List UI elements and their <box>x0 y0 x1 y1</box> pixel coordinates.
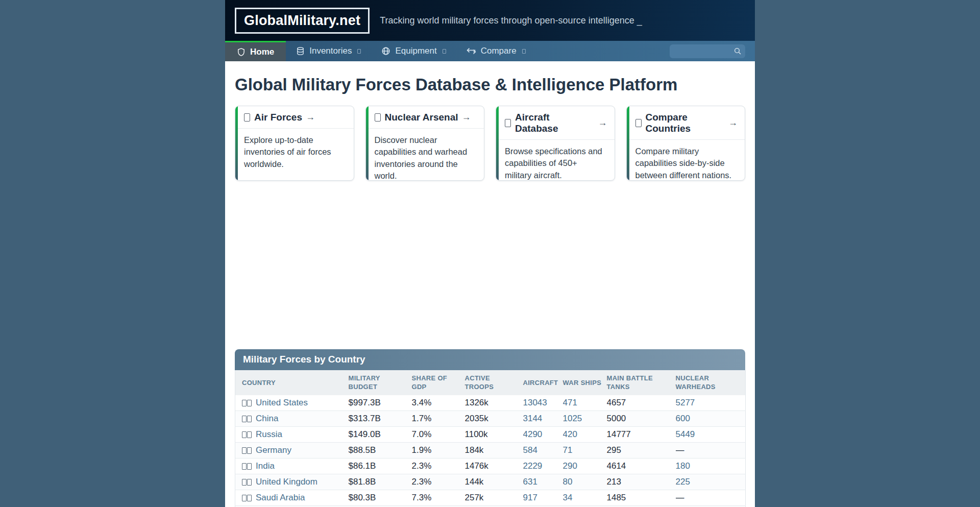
col-active-troops: ACTIVE TROOPS <box>465 370 523 395</box>
table-row-united-kingdom: United Kingdom$81.8B2.3%144k63180213225 <box>235 474 746 490</box>
war-ships-link[interactable]: 471 <box>563 398 577 407</box>
cell-share-of-gdp: 7.3% <box>412 490 465 506</box>
cell-nuclear-warheads: 5277 <box>676 395 746 411</box>
country-link[interactable]: United States <box>256 398 308 407</box>
emoji-placeholder-icon <box>375 113 381 122</box>
nav-label: Equipment <box>395 46 436 56</box>
table-row-china: China$313.7B1.7%2035k314410255000600 <box>235 411 746 427</box>
search-icon[interactable] <box>733 47 742 57</box>
shield-icon <box>237 47 246 57</box>
cell-main-battle-tanks: 4614 <box>607 458 676 474</box>
nuclear-warheads-link[interactable]: 5449 <box>676 429 695 439</box>
cell-nuclear-warheads: — <box>676 443 746 458</box>
cell-nuclear-warheads: — <box>676 490 746 506</box>
country-link[interactable]: Germany <box>256 445 291 455</box>
page-title: Global Military Forces Database & Intell… <box>235 74 745 96</box>
aircraft-link[interactable]: 13043 <box>523 398 547 407</box>
nav-item-compare[interactable]: Compare <box>456 41 536 61</box>
flag-placeholder-icon <box>242 477 252 487</box>
feature-cards: Air Forces → Explore up-to-date inventor… <box>235 106 745 181</box>
country-link[interactable]: Saudi Arabia <box>256 493 305 502</box>
card-description: Discover nuclear capabilities and warhea… <box>366 129 484 181</box>
emoji-placeholder-icon <box>505 119 511 127</box>
cell-share-of-gdp: 2.3% <box>412 458 465 474</box>
nuclear-warheads-value: — <box>676 445 684 455</box>
cell-aircraft: 13043 <box>523 395 563 411</box>
aircraft-link[interactable]: 4290 <box>523 429 543 439</box>
military-forces-table-section: Military Forces by Country COUNTRY MILIT… <box>235 349 745 507</box>
country-link[interactable]: India <box>256 461 275 471</box>
war-ships-link[interactable]: 71 <box>563 445 573 455</box>
col-military-budget: MILITARY BUDGET <box>349 370 412 395</box>
main-battle-tanks-value: 14777 <box>607 429 631 439</box>
cell-active-troops: 184k <box>465 443 523 458</box>
cell-active-troops: 1326k <box>465 395 523 411</box>
nuclear-warheads-link[interactable]: 5277 <box>676 398 695 407</box>
military-budget-value: $997.3B <box>349 398 381 407</box>
war-ships-link[interactable]: 420 <box>563 429 577 439</box>
aircraft-link[interactable]: 3144 <box>523 414 543 423</box>
cell-aircraft: 917 <box>523 490 563 506</box>
card-title: Air Forces <box>254 112 302 123</box>
card-aircraft-database[interactable]: Aircraft Database → Browse specification… <box>496 106 615 181</box>
cell-war-ships: 80 <box>563 474 607 490</box>
cell-country: United States <box>235 395 349 411</box>
nav-item-home[interactable]: Home <box>225 41 286 61</box>
cell-share-of-gdp: 7.0% <box>412 427 465 443</box>
cell-country: United Kingdom <box>235 474 349 490</box>
cell-main-battle-tanks: 295 <box>607 443 676 458</box>
nav-label: Inventories <box>309 46 352 56</box>
table-row-united-states: United States$997.3B3.4%1326k13043471465… <box>235 395 746 411</box>
nuclear-warheads-link[interactable]: 180 <box>676 461 690 471</box>
nuclear-warheads-link[interactable]: 600 <box>676 414 690 423</box>
table-body: United States$997.3B3.4%1326k13043471465… <box>235 395 746 507</box>
site-logo[interactable]: GlobalMilitary.net <box>235 8 370 34</box>
share-of-gdp-value: 1.7% <box>412 414 432 423</box>
col-nuclear-warheads: NUCLEAR WARHEADS <box>676 370 746 395</box>
war-ships-link[interactable]: 34 <box>563 493 573 502</box>
card-compare-countries[interactable]: Compare Countries → Compare military cap… <box>626 106 746 181</box>
card-title: Aircraft Database <box>515 112 595 134</box>
cell-military-budget: $80.3B <box>349 490 412 506</box>
aircraft-link[interactable]: 631 <box>523 477 537 487</box>
table-title: Military Forces by Country <box>235 349 745 370</box>
war-ships-link[interactable]: 1025 <box>563 414 582 423</box>
page-shell: GlobalMilitary.net Tracking world milita… <box>225 0 755 507</box>
nav-item-equipment[interactable]: Equipment <box>371 41 456 61</box>
cell-military-budget: $149.0B <box>349 427 412 443</box>
cell-active-troops: 1100k <box>465 427 523 443</box>
cell-main-battle-tanks: 1485 <box>607 490 676 506</box>
cell-nuclear-warheads: 225 <box>676 474 746 490</box>
country-link[interactable]: China <box>256 414 278 423</box>
aircraft-link[interactable]: 584 <box>523 445 537 455</box>
share-of-gdp-value: 2.3% <box>412 477 432 487</box>
share-of-gdp-value: 2.3% <box>412 461 432 471</box>
col-country: COUNTRY <box>235 370 349 395</box>
cell-main-battle-tanks: 5000 <box>607 411 676 427</box>
share-of-gdp-value: 1.9% <box>412 445 432 455</box>
cell-country: Germany <box>235 443 349 458</box>
nav-item-inventories[interactable]: Inventories <box>286 41 371 61</box>
cell-share-of-gdp: 1.9% <box>412 443 465 458</box>
arrow-right-icon: → <box>306 112 315 123</box>
card-header: Air Forces → <box>235 106 354 129</box>
card-air-forces[interactable]: Air Forces → Explore up-to-date inventor… <box>235 106 354 181</box>
war-ships-link[interactable]: 290 <box>563 461 577 471</box>
country-link[interactable]: Russia <box>256 429 282 439</box>
flag-placeholder-icon <box>242 414 252 424</box>
country-link[interactable]: United Kingdom <box>256 477 317 487</box>
main-battle-tanks-value: 4657 <box>607 398 626 407</box>
cell-aircraft: 584 <box>523 443 563 458</box>
table-row-germany: Germany$88.5B1.9%184k58471295— <box>235 443 746 458</box>
card-title: Compare Countries <box>646 112 725 134</box>
aircraft-link[interactable]: 917 <box>523 493 537 502</box>
aircraft-link[interactable]: 2229 <box>523 461 543 471</box>
war-ships-link[interactable]: 80 <box>563 477 573 487</box>
dropdown-caret-placeholder-icon <box>357 49 361 54</box>
card-nuclear-arsenal[interactable]: Nuclear Arsenal → Discover nuclear capab… <box>365 106 485 181</box>
nuclear-warheads-link[interactable]: 225 <box>676 477 690 487</box>
cell-share-of-gdp: 3.4% <box>412 395 465 411</box>
emoji-placeholder-icon <box>244 113 250 122</box>
card-description: Browse specifications and capabilities o… <box>496 140 615 181</box>
military-forces-table: COUNTRY MILITARY BUDGET SHARE OF GDP ACT… <box>235 370 746 507</box>
